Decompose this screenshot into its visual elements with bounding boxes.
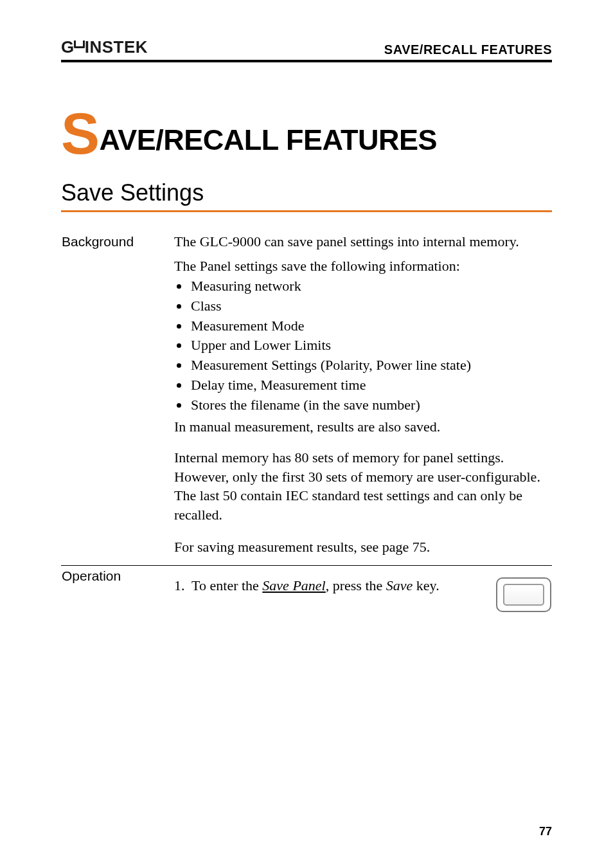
step-pre: To enter the: [191, 577, 262, 593]
logo-text: INSTEK: [85, 37, 148, 57]
bullet-item: Measurement Settings (Polarity, Power li…: [190, 356, 551, 375]
logo-u-icon: [74, 41, 85, 48]
bullet-item: Class: [190, 296, 551, 316]
step-mid: , press the: [326, 577, 386, 593]
save-key-icon: [496, 577, 551, 612]
step-post: key.: [413, 577, 439, 593]
step-link: Save Panel: [262, 577, 325, 593]
logo-g: G: [61, 37, 74, 57]
step-key: Save: [386, 577, 413, 593]
bg-after-bullets: In manual measurement, results are also …: [174, 417, 551, 437]
bullet-item: Upper and Lower Limits: [190, 336, 551, 356]
bg-para2: Internal memory has 80 sets of memory fo…: [174, 448, 551, 525]
bg-lead: The Panel settings save the following in…: [174, 257, 551, 276]
header-section-title: SAVE/RECALL FEATURES: [384, 42, 552, 57]
bullet-item: Stores the filename (in the save number): [190, 395, 551, 415]
bullet-item: Delay time, Measurement time: [190, 375, 551, 395]
bullet-item: Measurement Mode: [190, 316, 551, 336]
brand-logo: G INSTEK: [61, 37, 148, 57]
chapter-title: SAVE/RECALL FEATURES: [61, 111, 552, 157]
page-header: G INSTEK SAVE/RECALL FEATURES: [61, 37, 552, 62]
chapter-rest: AVE/RECALL FEATURES: [100, 123, 438, 156]
chapter-drop-cap: S: [61, 102, 100, 166]
bg-intro: The GLC-9000 can save panel settings int…: [174, 232, 551, 251]
content-table: Background The GLC-9000 can save panel s…: [61, 231, 552, 613]
key-cap-icon: [503, 584, 544, 606]
label-background: Background: [61, 231, 173, 525]
label-operation: Operation: [61, 566, 173, 613]
bullet-item: Measuring network: [190, 276, 551, 296]
background-body: The GLC-9000 can save panel settings int…: [173, 231, 552, 525]
operation-step-1: 1. To enter the Save Panel, press the Sa…: [174, 576, 484, 595]
section-heading: Save Settings: [61, 179, 552, 212]
step-number: 1.: [174, 576, 188, 595]
page-number: 77: [539, 825, 552, 838]
bg-para3: For saving measurement results, see page…: [174, 538, 551, 557]
bg-bullets: Measuring network Class Measurement Mode…: [174, 276, 551, 415]
